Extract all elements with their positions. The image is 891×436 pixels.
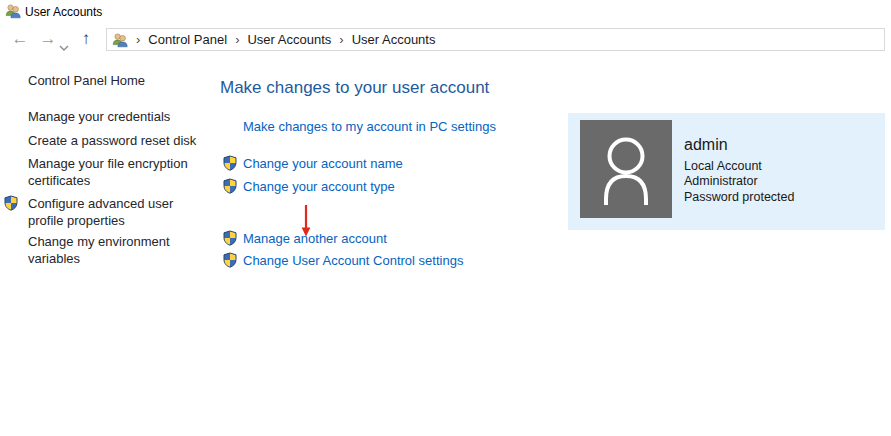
breadcrumb-separator: › bbox=[128, 32, 148, 47]
breadcrumb-user-accounts[interactable]: User Accounts bbox=[247, 32, 331, 47]
uac-shield-icon bbox=[222, 252, 238, 268]
sidebar-password-reset-disk[interactable]: Create a password reset disk bbox=[28, 132, 210, 149]
sidebar-file-encryption-certificates[interactable]: Manage your file encryption certificates bbox=[28, 155, 210, 189]
change-account-type-link[interactable]: Change your account type bbox=[243, 179, 395, 194]
uac-shield-icon bbox=[222, 155, 238, 171]
window-title: User Accounts bbox=[25, 5, 102, 19]
sidebar-environment-variables[interactable]: Change my environment variables bbox=[28, 233, 210, 267]
change-account-name-link[interactable]: Change your account name bbox=[243, 156, 403, 171]
page-title: Make changes to your user account bbox=[220, 78, 489, 98]
change-uac-settings-link[interactable]: Change User Account Control settings bbox=[243, 253, 463, 268]
breadcrumb-user-accounts-2[interactable]: User Accounts bbox=[352, 32, 436, 47]
current-user-panel: admin Local Account Administrator Passwo… bbox=[568, 113, 885, 230]
up-button[interactable]: ↑ bbox=[75, 28, 97, 50]
forward-button[interactable]: → bbox=[37, 28, 59, 50]
user-avatar bbox=[580, 120, 672, 218]
recent-pages-dropdown-icon[interactable] bbox=[59, 37, 69, 55]
uac-shield-icon bbox=[222, 178, 238, 194]
back-button[interactable]: ← bbox=[9, 28, 31, 50]
users-icon bbox=[112, 32, 128, 48]
sidebar: Control Panel Home Manage your credentia… bbox=[28, 72, 210, 267]
address-bar[interactable]: › Control Panel › User Accounts › User A… bbox=[106, 28, 885, 51]
sidebar-advanced-user-profile[interactable]: Configure advanced user profile properti… bbox=[28, 195, 210, 229]
user-accounts-app-icon bbox=[5, 3, 21, 19]
user-accounts-window: User Accounts ← → ↑ › Control Panel › Us… bbox=[0, 0, 891, 436]
breadcrumb-separator: › bbox=[227, 32, 247, 47]
uac-shield-icon bbox=[3, 195, 19, 211]
manage-another-account-link[interactable]: Manage another account bbox=[243, 231, 387, 246]
sidebar-control-panel-home[interactable]: Control Panel Home bbox=[28, 72, 210, 89]
user-role: Administrator bbox=[684, 174, 794, 189]
breadcrumb-control-panel[interactable]: Control Panel bbox=[148, 32, 227, 47]
sidebar-advanced-user-profile-label: Configure advanced user profile properti… bbox=[28, 196, 173, 228]
breadcrumb-separator: › bbox=[331, 32, 351, 47]
sidebar-manage-credentials[interactable]: Manage your credentials bbox=[28, 108, 210, 125]
pc-settings-link[interactable]: Make changes to my account in PC setting… bbox=[243, 119, 496, 134]
user-account-type: Local Account bbox=[684, 159, 794, 174]
user-details: Local Account Administrator Password pro… bbox=[684, 159, 794, 205]
user-name: admin bbox=[684, 135, 728, 155]
user-password-status: Password protected bbox=[684, 190, 794, 205]
uac-shield-icon bbox=[222, 230, 238, 246]
person-silhouette-icon bbox=[580, 120, 672, 218]
